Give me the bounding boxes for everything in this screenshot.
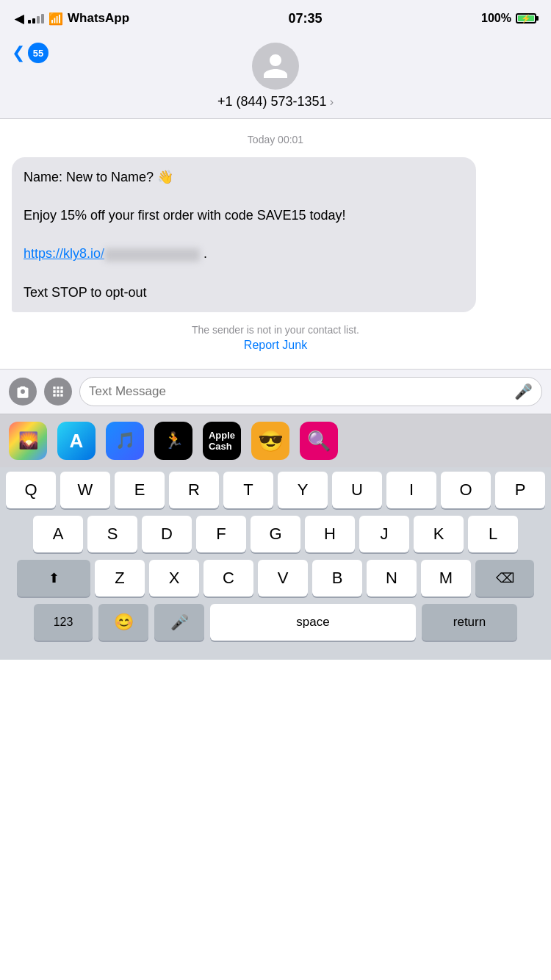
apple-cash-icon[interactable]: AppleCash [203, 422, 241, 460]
numbers-key[interactable]: 123 [34, 604, 93, 641]
key-e[interactable]: E [115, 472, 165, 508]
keyboard-row-3: ⬆ Z X C V B N M ⌫ [0, 560, 551, 597]
text-message-input[interactable] [89, 384, 514, 399]
key-q[interactable]: Q [6, 472, 56, 508]
key-l[interactable]: L [468, 516, 518, 552]
person-icon [261, 51, 290, 81]
apps-button[interactable] [44, 378, 72, 406]
message-link[interactable]: https://kly8.io/ [24, 246, 104, 261]
apps-icon [51, 384, 65, 399]
key-j[interactable]: J [359, 516, 409, 552]
key-u[interactable]: U [332, 472, 382, 508]
message-bubble: Name: New to Name? 👋 Enjoy 15% off your … [12, 157, 476, 312]
keyboard-row-4: 123 😊 🎤 space return [0, 604, 551, 641]
shift-key[interactable]: ⬆ [17, 560, 90, 597]
message-text-line2: Enjoy 15% off your first order with code… [24, 208, 346, 223]
back-count-badge: 55 [28, 43, 48, 63]
microphone-key[interactable]: 🎤 [154, 604, 204, 641]
search-app-icon[interactable]: 🔍 [300, 422, 338, 460]
back-chevron-icon: ❮ [12, 43, 25, 62]
sender-notice-text: The sender is not in your contact list. [12, 324, 539, 336]
space-key[interactable]: space [210, 604, 416, 641]
shazam-icon[interactable]: 🎵 [106, 422, 144, 460]
signal-bars-icon [28, 13, 44, 24]
key-i[interactable]: I [386, 472, 436, 508]
return-key[interactable]: return [422, 604, 517, 641]
key-t[interactable]: T [223, 472, 273, 508]
key-g[interactable]: G [251, 516, 300, 552]
key-k[interactable]: K [414, 516, 464, 552]
emoji-key[interactable]: 😊 [98, 604, 148, 641]
chevron-right-icon: › [330, 96, 334, 109]
keyboard-bottom-bar [0, 645, 551, 660]
photos-app-icon[interactable]: 🌄 [9, 422, 47, 460]
key-a[interactable]: A [33, 516, 83, 552]
keyboard-row-2: A S D F G H J K L [0, 516, 551, 552]
key-w[interactable]: W [60, 472, 110, 508]
key-d[interactable]: D [142, 516, 192, 552]
key-z[interactable]: Z [95, 560, 145, 597]
messages-area: Today 00:01 Name: New to Name? 👋 Enjoy 1… [0, 119, 551, 369]
camera-icon [15, 384, 30, 399]
app-strip: 🌄 A 🎵 🏃 AppleCash 😎 🔍 [0, 414, 551, 467]
memoji-icon[interactable]: 😎 [251, 422, 289, 460]
fitness-icon[interactable]: 🏃 [154, 422, 192, 460]
key-n[interactable]: N [367, 560, 417, 597]
status-right: 100% ⚡ [481, 12, 536, 25]
key-c[interactable]: C [204, 560, 253, 597]
system-notice: The sender is not in your contact list. … [12, 324, 539, 352]
status-left: ◀ 📶 WhatsApp [15, 11, 129, 26]
carrier-label: WhatsApp [68, 11, 129, 26]
back-arrow-icon: ◀ [15, 12, 24, 26]
contact-avatar[interactable] [252, 43, 299, 90]
keyboard: Q W E R T Y U I O P A S D F G H J K L ⬆ … [0, 467, 551, 660]
key-r[interactable]: R [169, 472, 219, 508]
report-junk-button[interactable]: Report Junk [244, 339, 307, 351]
message-text-line3: Text STOP to opt-out [24, 285, 146, 300]
message-timestamp: Today 00:01 [12, 134, 539, 145]
battery-percent: 100% [481, 12, 511, 25]
back-button[interactable]: ❮ 55 [12, 43, 48, 63]
key-f[interactable]: F [196, 516, 246, 552]
chat-header: ❮ 55 +1 (844) 573-1351 › [0, 37, 551, 119]
wifi-icon: 📶 [48, 12, 63, 26]
message-text-line1: Name: New to Name? 👋 [24, 170, 173, 184]
key-p[interactable]: P [495, 472, 545, 508]
key-h[interactable]: H [305, 516, 355, 552]
key-s[interactable]: S [87, 516, 137, 552]
text-input-wrapper[interactable]: 🎤 [79, 377, 542, 406]
key-m[interactable]: M [421, 560, 471, 597]
status-bar: ◀ 📶 WhatsApp 07:35 100% ⚡ [0, 0, 551, 37]
delete-key[interactable]: ⌫ [475, 560, 534, 597]
input-area: 🎤 [0, 369, 551, 414]
key-v[interactable]: V [258, 560, 308, 597]
appstore-icon[interactable]: A [57, 422, 96, 460]
keyboard-row-1: Q W E R T Y U I O P [0, 472, 551, 508]
key-y[interactable]: Y [278, 472, 328, 508]
contact-number[interactable]: +1 (844) 573-1351 › [217, 94, 334, 109]
key-x[interactable]: X [149, 560, 199, 597]
blurred-url [104, 248, 200, 262]
microphone-icon[interactable]: 🎤 [514, 383, 533, 400]
battery-icon: ⚡ [516, 13, 536, 24]
camera-button[interactable] [9, 378, 37, 406]
status-time: 07:35 [289, 11, 323, 26]
key-o[interactable]: O [441, 472, 491, 508]
key-b[interactable]: B [312, 560, 362, 597]
